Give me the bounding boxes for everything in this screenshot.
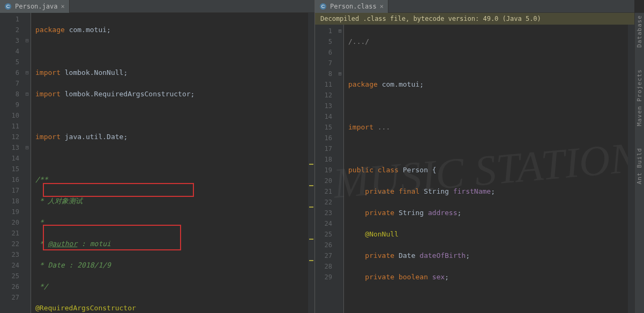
left-editor[interactable]: 1234567891011121314151617181920212223242… <box>0 13 314 313</box>
left-code[interactable]: package com.motui; import lombok.NonNull… <box>31 13 308 313</box>
tab-person-java[interactable]: C Person.java × <box>0 0 70 13</box>
decompile-notice: Decompiled .class file, bytecode version… <box>315 13 634 25</box>
left-marker-column <box>308 13 314 313</box>
svg-text:C: C <box>6 4 10 9</box>
right-tool-strip: Database Maven Projects Ant Build <box>634 13 644 313</box>
left-gutter: 1234567891011121314151617181920212223242… <box>0 13 24 313</box>
left-fold-column: ⊟ ⊟ ⊟ ⊟ <box>24 13 31 313</box>
right-tab-bar: C Person.class × <box>315 0 634 13</box>
highlight-box-firstname <box>43 183 194 197</box>
java-class-icon: C <box>319 3 327 10</box>
left-editor-pane: C Person.java × 123456789101112131415161… <box>0 0 315 313</box>
tool-database[interactable]: Database <box>636 15 643 48</box>
left-tab-bar: C Person.java × <box>0 0 314 13</box>
tab-label: Person.class <box>330 3 377 10</box>
tool-ant[interactable]: Ant Build <box>636 148 643 185</box>
tab-label: Person.java <box>15 3 57 10</box>
close-icon[interactable]: × <box>380 3 384 10</box>
right-editor-pane: C Person.class × Decompiled .class file,… <box>315 0 634 313</box>
right-marker-column <box>628 25 634 313</box>
right-gutter: 1567811121314151617181920212223242526272… <box>315 25 336 313</box>
java-class-icon: C <box>4 3 12 10</box>
right-code[interactable]: /.../ package com.motui; import ... publ… <box>344 25 628 313</box>
tab-person-class[interactable]: C Person.class × <box>315 0 388 13</box>
close-icon[interactable]: × <box>61 3 64 10</box>
tool-maven[interactable]: Maven Projects <box>636 69 643 126</box>
right-editor[interactable]: 1567811121314151617181920212223242526272… <box>315 25 634 313</box>
svg-text:C: C <box>321 4 325 9</box>
right-fold-column: ⊞ ⊞ <box>336 25 344 313</box>
